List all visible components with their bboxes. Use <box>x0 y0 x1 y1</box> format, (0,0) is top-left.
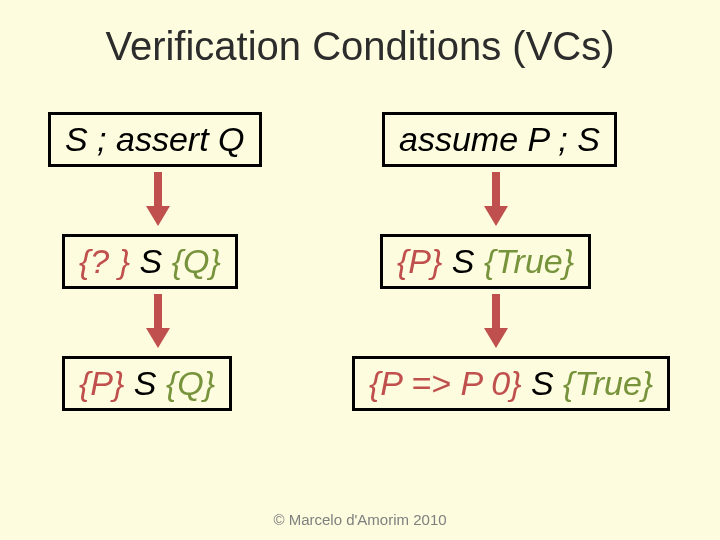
precondition-implies-close: } <box>510 364 521 402</box>
page-title: Verification Conditions (VCs) <box>0 24 720 69</box>
precondition-p: {P} <box>79 364 124 402</box>
precondition-implies-open: {P => <box>369 364 460 402</box>
postcondition-q: {Q} <box>172 242 221 280</box>
precondition-p: {P} <box>397 242 442 280</box>
stmt: S <box>130 242 172 280</box>
precondition-p0: P 0 <box>460 364 510 402</box>
box-left-triple-solved: {P} S {Q} <box>62 356 232 411</box>
arrow-icon <box>146 294 170 348</box>
postcondition-true: {True} <box>563 364 653 402</box>
stmt: S <box>124 364 166 402</box>
box-left-assert: S ; assert Q <box>48 112 262 167</box>
stmt: S <box>522 364 564 402</box>
box-right-assume: assume P ; S <box>382 112 617 167</box>
postcondition-true: {True} <box>484 242 574 280</box>
box-left-triple-unknown: {? } S {Q} <box>62 234 238 289</box>
box-right-triple-implies: {P => P 0} S {True} <box>352 356 670 411</box>
precondition-unknown: {? } <box>79 242 130 280</box>
postcondition-q: {Q} <box>166 364 215 402</box>
arrow-icon <box>146 172 170 226</box>
stmt: S <box>442 242 484 280</box>
box-right-triple-true: {P} S {True} <box>380 234 591 289</box>
copyright-footer: © Marcelo d'Amorim 2010 <box>0 511 720 528</box>
arrow-icon <box>484 294 508 348</box>
arrow-icon <box>484 172 508 226</box>
